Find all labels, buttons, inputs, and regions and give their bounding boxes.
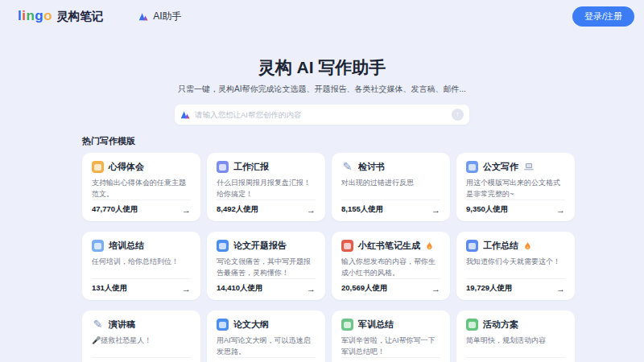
fire-icon: [426, 241, 433, 250]
card-usage-count: 20,569人使用: [341, 283, 388, 294]
lingo-mark-icon: [180, 110, 191, 119]
card-description: 任何培训，给你总结到位！: [92, 257, 191, 268]
card-header: 检讨书: [341, 161, 440, 173]
card-footer: 11,613人使用 →: [92, 357, 191, 362]
card-description: 对出现的过错进行反思: [341, 178, 440, 189]
card-arrow-icon[interactable]: →: [431, 205, 440, 215]
card-header: 演讲稿: [92, 319, 191, 331]
hot-templates-section: 热门写作模版 心得体会 支持输出心得体会的任意主题范文。 47,770人使用 →…: [82, 135, 575, 362]
logo-wordmark: lingo: [18, 8, 52, 24]
template-card[interactable]: 论文开题报告 写论文很痛苦，其中写开题报告最痛苦，灵构懂你！ 14,410人使用…: [207, 232, 325, 300]
card-usage-count: 8,155人使用: [341, 204, 383, 215]
card-usage-count: 47,770人使用: [92, 204, 138, 215]
card-title: 军训总结: [358, 319, 394, 331]
card-title: 工作总结: [483, 240, 518, 252]
card-header: 工作总结: [466, 240, 565, 252]
card-description: 支持输出心得体会的任意主题范文。: [92, 178, 191, 200]
logo-letter: o: [43, 8, 52, 23]
card-title: 论文大纲: [233, 319, 269, 331]
card-title: 工作汇报: [233, 161, 269, 173]
card-header: 军训总结: [341, 319, 440, 331]
card-description: 🎤拯救社恐星人！: [92, 335, 191, 347]
prompt-input[interactable]: [195, 110, 452, 119]
fire-icon: [524, 241, 531, 250]
template-card[interactable]: 工作总结 我知道你们今天就需要这个！ 19,729人使用 →: [456, 232, 575, 300]
card-footer: 8,492人使用 →: [217, 200, 316, 215]
card-arrow-icon[interactable]: →: [431, 284, 440, 294]
template-card[interactable]: 军训总结 军训辛苦啦，让AI帮你写一下军训总结吧！ 4,517人使用 →: [332, 311, 450, 362]
card-description: 写论文很痛苦，其中写开题报告最痛苦，灵构懂你！: [217, 257, 316, 278]
card-footer: 13,515人使用 →: [217, 357, 316, 362]
card-usage-count: 9,350人使用: [466, 204, 508, 215]
template-card[interactable]: 培训总结 任何培训，给你总结到位！ 131人使用 →: [82, 232, 200, 300]
card-title: 检讨书: [358, 161, 385, 173]
card-description: 用这个模版写出来的公文格式是非常完整的~: [466, 178, 565, 200]
template-card[interactable]: 检讨书 对出现的过错进行反思 8,155人使用 →: [332, 153, 450, 221]
notebook-icon: [92, 161, 104, 173]
card-header: 培训总结: [92, 240, 191, 252]
template-card[interactable]: 公文写作 用这个模版写出来的公文格式是非常完整的~ 9,350人使用 →: [456, 153, 575, 221]
login-register-button[interactable]: 登录/注册: [572, 6, 634, 27]
megaphone-icon: [466, 319, 478, 331]
card-arrow-icon[interactable]: →: [556, 284, 565, 294]
template-card[interactable]: 工作汇报 什么日报周报月报复盘汇报！给你搞定！ 8,492人使用 →: [207, 153, 325, 221]
card-description: 什么日报周报月报复盘汇报！给你搞定！: [217, 178, 316, 200]
briefcase-icon: [217, 161, 229, 173]
send-icon[interactable]: ↑: [452, 109, 464, 121]
card-footer: 8,155人使用 →: [341, 200, 440, 215]
card-title: 论文开题报告: [233, 240, 287, 252]
card-title: 小红书笔记生成: [358, 240, 420, 252]
card-footer: 4,517人使用 →: [341, 357, 440, 362]
template-card[interactable]: 心得体会 支持输出心得体会的任意主题范文。 47,770人使用 →: [82, 153, 200, 221]
page-title: 灵构 AI 写作助手: [0, 56, 644, 79]
card-description: 简单明快，规划活动内容: [466, 335, 565, 347]
nav-item-ai-assistant[interactable]: AI助手: [138, 10, 181, 23]
template-card[interactable]: 小红书笔记生成 输入你想发布的内容，帮你生成小红书的风格。 20,569人使用 …: [332, 232, 450, 300]
card-title: 公文写作: [483, 161, 518, 173]
card-arrow-icon[interactable]: →: [182, 205, 191, 215]
card-description: 军训辛苦啦，让AI帮你写一下军训总结吧！: [341, 335, 440, 357]
template-card[interactable]: 演讲稿 🎤拯救社恐星人！ 11,613人使用 →: [82, 311, 200, 362]
card-header: 论文开题报告: [217, 240, 316, 252]
briefcase-icon: [466, 240, 478, 252]
hero-section: 灵构 AI 写作助手 只需一键，灵构AI帮你完成论文选题、开题报告、各类社交媒体…: [0, 32, 644, 125]
card-footer: 20,569人使用 →: [341, 278, 440, 294]
laptop-icon: [524, 163, 534, 171]
template-card[interactable]: 论文大纲 用AI写论文大纲，可以迅速启发思路。 13,515人使用 →: [207, 311, 325, 362]
card-title: 心得体会: [109, 161, 144, 173]
card-description: 我知道你们今天就需要这个！: [466, 257, 565, 268]
brand-name: 灵构笔记: [56, 9, 103, 24]
pen-icon: [341, 161, 353, 173]
card-footer: 10,710人使用 →: [466, 357, 565, 362]
card-arrow-icon[interactable]: →: [182, 284, 191, 294]
card-header: 公文写作: [466, 161, 565, 173]
page-subtitle: 只需一键，灵构AI帮你完成论文选题、开题报告、各类社交媒体、发言稿、邮件...: [0, 84, 644, 95]
card-arrow-icon[interactable]: →: [556, 205, 565, 215]
card-footer: 14,410人使用 →: [217, 278, 316, 294]
card-description: 用AI写论文大纲，可以迅速启发思路。: [217, 335, 316, 357]
card-title: 演讲稿: [109, 319, 135, 331]
document-icon: [466, 161, 478, 173]
prompt-box: ↑: [175, 105, 469, 125]
logo-letter: g: [35, 8, 43, 23]
card-footer: 9,350人使用 →: [466, 200, 565, 215]
card-usage-count: 19,729人使用: [466, 283, 513, 294]
lingo-mark-icon: [138, 12, 149, 21]
card-header: 心得体会: [92, 161, 191, 173]
document-icon: [217, 240, 229, 252]
card-title: 培训总结: [109, 240, 144, 252]
card-usage-count: 8,492人使用: [217, 204, 258, 215]
card-footer: 47,770人使用 →: [92, 200, 191, 215]
document-icon: [217, 319, 229, 331]
card-arrow-icon[interactable]: →: [307, 284, 316, 294]
card-header: 工作汇报: [217, 161, 316, 173]
logo: lingo 灵构笔记: [18, 8, 103, 24]
template-grid: 心得体会 支持输出心得体会的任意主题范文。 47,770人使用 → 工作汇报 什…: [82, 153, 575, 362]
card-description: 输入你想发布的内容，帮你生成小红书的风格。: [341, 257, 440, 278]
template-card[interactable]: 活动方案 简单明快，规划活动内容 10,710人使用 →: [456, 311, 575, 362]
nav-item-label: AI助手: [153, 10, 181, 23]
card-footer: 19,729人使用 →: [466, 278, 565, 294]
card-footer: 131人使用 →: [92, 278, 191, 294]
section-title: 热门写作模版: [82, 135, 575, 147]
card-arrow-icon[interactable]: →: [307, 205, 316, 215]
